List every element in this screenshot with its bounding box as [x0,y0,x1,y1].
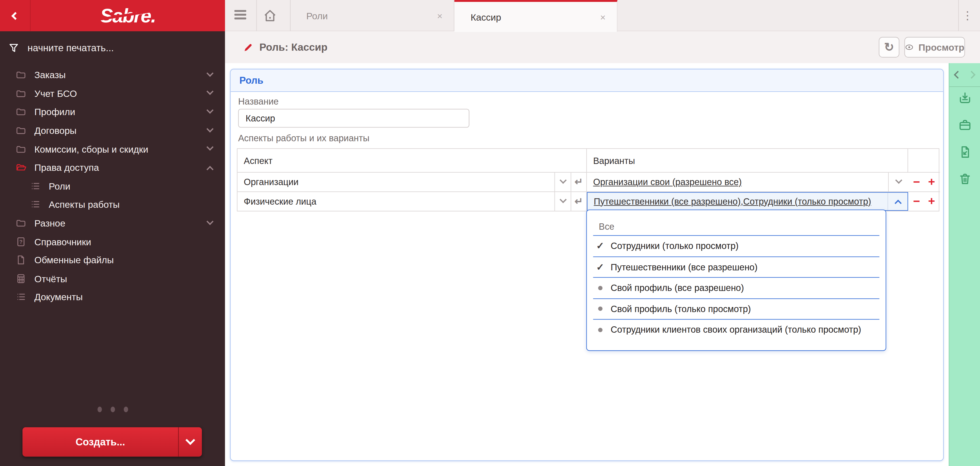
collapse-sidebar-button[interactable] [0,0,30,31]
save-icon[interactable] [958,91,972,105]
app-root: Sabre. Заказы Учет БСО Профили Договоры … [0,0,980,466]
sidebar-item-komissii[interactable]: Комиссии, сборы и скидки [0,140,225,158]
add-row-button[interactable]: + [928,195,935,207]
sabre-logo-text: Sabre. [100,6,155,26]
content-area: Роль Название Аспекты работы и их вариан… [225,63,949,466]
variants-select-toggle[interactable] [889,173,908,191]
folder-icon [16,107,26,117]
divider [958,0,959,31]
list-icon [30,180,41,191]
create-dropdown-button[interactable] [179,427,202,456]
chevron-right-icon[interactable] [967,71,975,79]
chevron-down-icon[interactable] [207,107,214,114]
sidebar-item-prava-dostupa[interactable]: Права доступа [0,158,225,177]
chevron-up-icon [894,199,901,207]
apply-aspect-button[interactable]: ↵ [571,192,587,211]
close-icon[interactable]: × [430,10,442,21]
aspect-cell[interactable]: Организации [237,173,555,192]
return-icon: ↵ [574,195,583,207]
folder-icon [16,125,26,136]
variants-value[interactable]: Путешественники (все разрешено), Сотрудн… [587,193,888,211]
check-icon: ✓ [596,240,604,252]
refresh-button[interactable]: ↻ [879,37,899,57]
chevron-down-icon [185,436,195,445]
brand-logo[interactable]: Sabre. [30,0,225,31]
aspects-table: Аспект Варианты Организации ↵ Организаци… [237,148,939,211]
sidebar-filter [8,42,225,54]
chevron-up-icon[interactable] [207,166,214,173]
bullet-icon [598,307,603,311]
dropdown-option[interactable]: Свой профиль (только просмотр) [587,298,886,319]
sidebar-item-obmennye-fajly[interactable]: Обменные файлы [0,251,225,269]
add-row-button[interactable]: + [928,176,935,188]
chevron-down-icon[interactable] [207,125,214,132]
dropdown-option[interactable]: Сотрудники клиентов своих организаций (т… [587,320,886,340]
filter-funnel-icon [8,43,19,54]
panel-header: Роль [231,69,943,92]
sidebar-item-spravochniki[interactable]: Справочники [0,232,225,251]
chevron-down-icon[interactable] [207,144,214,151]
row-actions: − + [908,192,940,211]
briefcase-icon[interactable] [958,118,972,132]
home-icon[interactable] [262,8,277,23]
tab-bar: Роли × Кассир × ⋮ [225,0,980,31]
trash-icon[interactable] [958,172,972,186]
divider [256,0,257,31]
close-icon[interactable]: × [593,12,606,22]
folder-icon [16,88,26,99]
dropdown-option[interactable]: Свой профиль (все разрешено) [587,278,886,298]
role-name-input[interactable] [238,109,469,128]
remove-row-button[interactable]: − [913,176,920,188]
create-button[interactable]: Создать... [22,427,178,456]
rail-actions [950,87,980,186]
chevron-down-icon[interactable] [207,70,214,77]
variants-cell: Организации свои (разрешено все) [587,173,908,192]
dropdown-option[interactable]: ✓ Сотрудники (только просмотр) [587,236,886,256]
sidebar-item-zakazy[interactable]: Заказы [0,66,225,84]
hamburger-menu-button[interactable] [234,10,246,21]
sidebar-item-profili[interactable]: Профили [0,103,225,121]
chevron-left-icon[interactable] [954,71,962,79]
tab-kassir[interactable]: Кассир × [454,0,617,32]
action-rail [949,63,980,466]
sidebar-item-roli[interactable]: Роли [0,177,225,195]
bullet-icon [598,328,603,332]
sidebar-item-dogovory[interactable]: Договоры [0,121,225,140]
eye-icon [905,43,913,51]
aspects-label: Аспекты работы и их варианты [238,133,369,144]
dropdown-option-all[interactable]: Все [587,217,886,235]
sidebar-item-aspekty-raboty[interactable]: Аспекты работы [0,195,225,214]
aspect-select-toggle[interactable] [555,173,571,192]
dropdown-option[interactable]: ✓ Путешественники (все разрешено) [587,257,886,277]
aspect-cell[interactable]: Физические лица [237,192,555,211]
folder-icon [16,218,26,228]
bullet-icon [598,286,603,290]
folder-open-icon [16,162,26,173]
variant-separator: , [741,196,743,206]
sidebar-item-raznoe[interactable]: Разное [0,214,225,232]
file-icon [16,255,26,265]
chevron-down-icon[interactable] [207,218,214,225]
export-file-icon[interactable] [958,145,972,159]
sidebar-menu: Заказы Учет БСО Профили Договоры Комисси… [0,66,225,306]
chevron-down-icon[interactable] [207,88,214,95]
sidebar-page-dots[interactable] [0,407,225,412]
variants-value[interactable]: Организации свои (разрешено все) [587,173,889,191]
chevron-left-icon [11,12,19,19]
sidebar-item-otchety[interactable]: Отчёты [0,269,225,288]
more-options-icon[interactable]: ⋮ [962,0,973,31]
chevron-down-icon [559,196,566,203]
aspect-select-toggle[interactable] [555,192,571,211]
sidebar-item-uchet-bso[interactable]: Учет БСО [0,84,225,103]
tab-roli[interactable]: Роли × [290,0,454,31]
book-question-icon [16,236,26,247]
page-title: Роль: Кассир [259,41,328,53]
view-button[interactable]: Просмотр [904,37,965,57]
variants-select-toggle-open[interactable] [888,193,907,211]
column-header-variants: Варианты [587,149,908,173]
sidebar-filter-input[interactable] [26,42,183,54]
remove-row-button[interactable]: − [913,195,920,207]
sidebar-item-dokumenty[interactable]: Документы [0,288,225,306]
apply-aspect-button[interactable]: ↵ [571,173,587,192]
list-icon [16,292,26,302]
